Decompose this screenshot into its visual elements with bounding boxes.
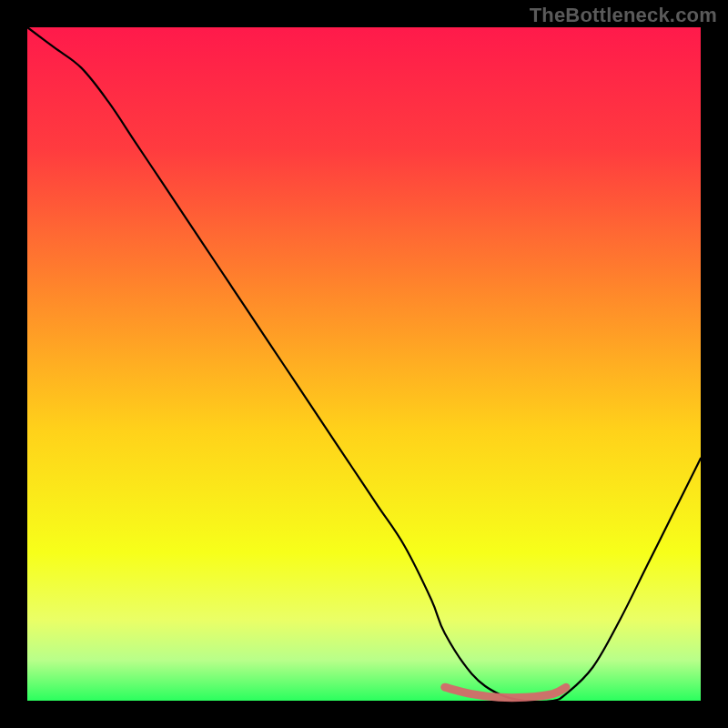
attribution-label: TheBottleneck.com — [530, 4, 717, 27]
gradient-background — [27, 27, 701, 701]
bottleneck-chart — [0, 0, 728, 728]
chart-container: TheBottleneck.com — [0, 0, 728, 728]
